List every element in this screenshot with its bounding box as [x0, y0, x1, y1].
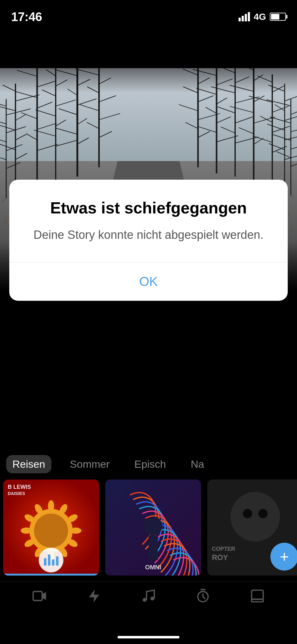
- album-card-2[interactable]: [105, 480, 201, 576]
- music-icon: [141, 588, 156, 604]
- eq-bar-4: [56, 556, 58, 566]
- modal-content: Etwas ist schiefgegangen Deine Story kon…: [9, 180, 288, 243]
- album-card-1[interactable]: [3, 480, 99, 576]
- status-time: 17:46: [11, 10, 42, 24]
- status-bar: 17:46 4G: [0, 0, 297, 28]
- svg-point-3: [143, 598, 147, 602]
- svg-rect-6: [252, 590, 263, 599]
- nav-timer[interactable]: [195, 588, 211, 604]
- album-artwork-2: [105, 480, 201, 576]
- bottom-section: Reisen Sommer Episch Na +: [0, 446, 297, 644]
- tab-sommer[interactable]: Sommer: [64, 455, 116, 473]
- equalizer-icon: [44, 554, 58, 566]
- album-progress-bar: [3, 574, 99, 576]
- error-modal: Etwas ist schiefgegangen Deine Story kon…: [9, 180, 288, 301]
- svg-marker-2: [89, 589, 99, 602]
- nav-music[interactable]: [141, 588, 156, 604]
- eq-bar-1: [44, 558, 46, 566]
- layers-icon: [250, 588, 265, 604]
- battery-fill: [271, 14, 279, 20]
- ok-button[interactable]: OK: [9, 262, 288, 301]
- signal-bar-4: [248, 12, 250, 21]
- home-indicator: [118, 636, 179, 638]
- signal-bars: [239, 12, 250, 21]
- lightning-icon: [86, 588, 102, 604]
- eq-bar-2: [48, 554, 50, 566]
- album-row: +: [0, 480, 297, 582]
- eq-bar-3: [52, 559, 54, 566]
- modal-title: Etwas ist schiefgegangen: [25, 198, 272, 217]
- battery-icon: [270, 13, 286, 21]
- video-icon: [32, 588, 47, 604]
- timer-icon: [195, 588, 211, 604]
- album-card-3[interactable]: +: [207, 480, 297, 576]
- signal-bar-1: [239, 18, 241, 21]
- album-play-indicator: [39, 548, 63, 572]
- modal-message: Deine Story konnte nicht abgespielt werd…: [25, 227, 272, 243]
- add-album-button[interactable]: +: [270, 543, 297, 571]
- bottom-nav: [0, 582, 297, 610]
- svg-rect-0: [33, 591, 42, 600]
- signal-bar-3: [245, 14, 247, 21]
- tab-reisen[interactable]: Reisen: [6, 455, 51, 473]
- network-label: 4G: [254, 11, 266, 22]
- status-right: 4G: [239, 11, 286, 22]
- category-tabs: Reisen Sommer Episch Na: [0, 446, 297, 480]
- nav-lightning[interactable]: [86, 588, 102, 604]
- tab-na[interactable]: Na: [184, 455, 210, 473]
- signal-bar-2: [242, 16, 244, 21]
- nav-video[interactable]: [32, 588, 47, 604]
- svg-rect-7: [252, 599, 263, 602]
- tab-episch[interactable]: Episch: [128, 455, 172, 473]
- svg-point-4: [150, 597, 154, 601]
- nav-layers[interactable]: [250, 588, 265, 604]
